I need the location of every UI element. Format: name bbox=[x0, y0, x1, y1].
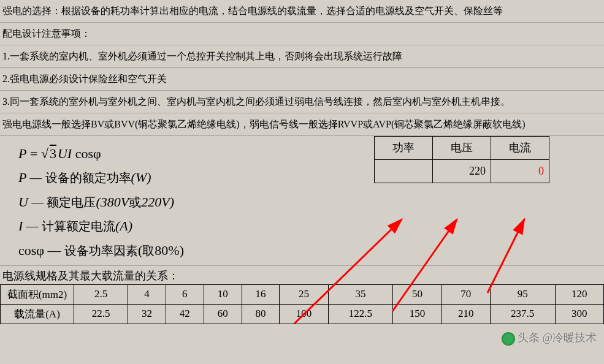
area-c6: 35 bbox=[328, 284, 393, 304]
mini-value-voltage: 220 bbox=[433, 160, 491, 183]
formula-def-P-sym: P — bbox=[18, 170, 45, 185]
mini-table-value-row: 220 0 bbox=[375, 160, 549, 183]
amp-c10: 300 bbox=[555, 304, 603, 324]
formula-def-U: U — 额定电压(380V或220V) bbox=[18, 191, 586, 213]
mini-calc-table: 功率 电压 电流 220 0 bbox=[374, 136, 549, 183]
paragraph-wire-types: 强电电源线一般选择BV或BVV(铜芯聚氯乙烯绝缘电线)，弱电信号线一般选择RVV… bbox=[0, 113, 604, 136]
watermark: 头条 @冷暖技术 bbox=[502, 330, 597, 346]
formula-block: P = √3UI cosφ P — 设备的额定功率(W) U — 额定电压(38… bbox=[0, 136, 604, 266]
table-row-ampacity: 载流量(A) 22.5 32 42 60 80 100 122.5 150 21… bbox=[1, 304, 604, 324]
formula-eq-sign: = bbox=[26, 146, 40, 161]
formula-def-I-unit: (A) bbox=[115, 218, 132, 233]
formula-sqrt-sign: √ bbox=[41, 146, 48, 161]
area-c7: 50 bbox=[393, 284, 442, 304]
mini-header-voltage: 电压 bbox=[433, 137, 491, 160]
amp-c8: 210 bbox=[442, 304, 490, 324]
area-c4: 16 bbox=[242, 284, 280, 304]
watermark-logo-icon bbox=[502, 332, 515, 346]
amp-c6: 122.5 bbox=[328, 304, 393, 324]
mini-header-current: 电流 bbox=[491, 137, 549, 160]
watermark-text: 头条 @冷暖技术 bbox=[518, 332, 597, 344]
amp-c3: 60 bbox=[204, 304, 242, 324]
formula-def-U-220: 220V) bbox=[141, 194, 174, 210]
formula-def-P-unit: (W) bbox=[131, 170, 151, 185]
paragraph-selection: 强电的选择：根据设备的耗功率计算出相应的电流，结合电源线的载流量，选择合适的电源… bbox=[0, 0, 604, 23]
row-label-ampacity: 载流量(A) bbox=[1, 304, 74, 324]
mini-table-header-row: 功率 电压 电流 bbox=[375, 137, 549, 160]
mini-value-current: 0 bbox=[491, 160, 549, 183]
formula-def-cos-cos: cos bbox=[18, 243, 36, 258]
row-label-area: 截面积(mm2) bbox=[1, 284, 74, 304]
amp-c2: 42 bbox=[166, 304, 204, 324]
area-c3: 10 bbox=[204, 284, 242, 304]
formula-def-cos-val: 80%) bbox=[155, 243, 184, 258]
mini-header-power: 功率 bbox=[375, 137, 433, 160]
formula-def-I-sym: I — bbox=[18, 218, 42, 233]
formula-phi: φ bbox=[93, 146, 101, 161]
paragraph-note-3: 3.同一套系统的室外机与室外机之间、室内机与室内机之间必须通过弱电信号线连接，然… bbox=[0, 91, 604, 113]
area-c0: 2.5 bbox=[74, 284, 128, 304]
area-c10: 120 bbox=[555, 284, 603, 304]
area-c5: 25 bbox=[280, 284, 328, 304]
area-c8: 70 bbox=[442, 284, 490, 304]
formula-def-U-sym: U — bbox=[18, 194, 47, 210]
wire-spec-table: 截面积(mm2) 2.5 4 6 10 16 25 35 50 70 95 12… bbox=[0, 284, 604, 324]
formula-UI: UI bbox=[58, 146, 72, 161]
formula-def-cos: cosφ — 设备功率因素(取80%) bbox=[18, 239, 586, 262]
formula-def-U-380: (380V bbox=[96, 194, 129, 210]
amp-c0: 22.5 bbox=[74, 304, 128, 324]
big-table-caption: 电源线规格及其最大载流量的关系： bbox=[0, 266, 604, 284]
formula-def-cos-phi: φ — bbox=[36, 243, 64, 258]
amp-c4: 80 bbox=[242, 304, 280, 324]
area-c1: 4 bbox=[128, 284, 166, 304]
formula-cos: cos bbox=[72, 146, 93, 161]
formula-def-P-text: 设备的额定功率 bbox=[45, 171, 131, 184]
mini-value-power bbox=[375, 160, 433, 183]
amp-c5: 100 bbox=[280, 304, 328, 324]
formula-def-cos-take: 取 bbox=[142, 244, 155, 257]
paragraph-notes-title: 配电设计注意事项： bbox=[0, 23, 604, 45]
formula-sqrt-3: 3 bbox=[48, 142, 58, 165]
table-row-area: 截面积(mm2) 2.5 4 6 10 16 25 35 50 70 95 12… bbox=[1, 284, 604, 304]
formula-def-I-text: 计算额定电流 bbox=[42, 219, 115, 233]
paragraph-note-1: 1.一套系统的室内机、室外机必须通过一个总控开关控制其上电，否则将会出现系统运行… bbox=[0, 45, 604, 68]
formula-def-I: I — 计算额定电流(A) bbox=[18, 214, 586, 237]
formula-def-U-or: 或 bbox=[129, 195, 141, 209]
area-c9: 95 bbox=[490, 284, 555, 304]
amp-c1: 32 bbox=[128, 304, 166, 324]
formula-P: P bbox=[18, 146, 26, 161]
amp-c7: 150 bbox=[393, 304, 442, 324]
formula-def-U-text: 额定电压 bbox=[47, 195, 96, 209]
paragraph-note-2: 2.强电电源必须设计保险丝和空气开关 bbox=[0, 68, 604, 91]
amp-c9: 237.5 bbox=[490, 304, 555, 324]
formula-def-cos-text: 设备功率因素 bbox=[64, 244, 138, 257]
area-c2: 6 bbox=[166, 284, 204, 304]
